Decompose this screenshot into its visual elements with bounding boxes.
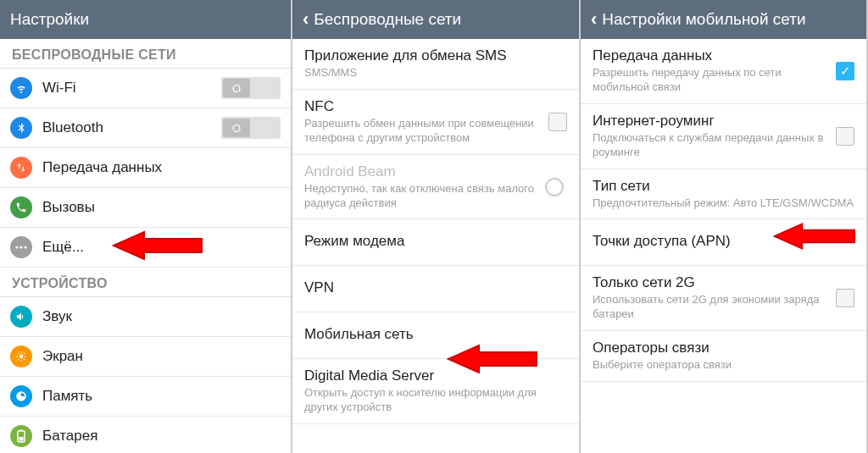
dms-sub: Открыть доступ к носителю информации для… xyxy=(304,386,567,415)
beam-sub: Недоступно, так как отключена связь мало… xyxy=(304,182,540,211)
screen-icon xyxy=(10,345,32,367)
battery-icon xyxy=(10,425,32,447)
nettype-title: Тип сети xyxy=(593,178,854,195)
dms-title: Digital Media Server xyxy=(304,367,567,384)
row-sound[interactable]: Звук xyxy=(0,297,291,337)
sound-icon xyxy=(10,306,32,328)
mobile-title: Мобильная сеть xyxy=(304,326,567,343)
more-label: Ещё... xyxy=(42,239,281,256)
item-data-transfer[interactable]: Передача данных Разрешить передачу данны… xyxy=(581,39,866,104)
row-calls[interactable]: Вызовы xyxy=(0,188,291,228)
row-wifi[interactable]: Wi-Fi O xyxy=(0,69,291,108)
roam-sub: Подключаться к службам передачи данных в… xyxy=(593,131,827,160)
section-wireless: БЕСПРОВОДНЫЕ СЕТИ xyxy=(0,39,291,69)
tether-title: Режим модема xyxy=(304,233,567,250)
header-title: Беспроводные сети xyxy=(314,10,461,29)
svg-point-2 xyxy=(24,246,26,248)
bluetooth-toggle[interactable]: O xyxy=(221,117,281,139)
data-title: Передача данных xyxy=(593,47,827,64)
item-apn[interactable]: Точки доступа (APN) xyxy=(581,219,866,266)
row-memory[interactable]: Память xyxy=(0,377,291,417)
ops-title: Операторы связи xyxy=(593,340,854,356)
phone-icon xyxy=(10,196,32,218)
memory-icon xyxy=(10,385,32,407)
row-screen[interactable]: Экран xyxy=(0,337,291,377)
item-only-2g[interactable]: Только сети 2G Использовать сети 2G для … xyxy=(581,266,866,331)
item-operators[interactable]: Операторы связи Выберите оператора связи xyxy=(581,331,866,382)
nfc-title: NFC xyxy=(304,98,540,115)
ops-sub: Выберите оператора связи xyxy=(593,358,854,373)
mobile-network-panel: ‹ Настройки мобильной сети Передача данн… xyxy=(581,0,868,453)
item-network-type[interactable]: Тип сети Предпочтительный режим: Авто LT… xyxy=(581,169,866,220)
header-title: Настройки мобильной сети xyxy=(602,10,805,29)
item-mobile-network[interactable]: Мобильная сеть xyxy=(292,312,579,359)
item-sms-app[interactable]: Приложение для обмена SMS SMS/MMS xyxy=(292,39,579,90)
wifi-toggle[interactable]: O xyxy=(221,77,281,99)
header-title: Настройки xyxy=(10,10,89,29)
sms-title: Приложение для обмена SMS xyxy=(304,47,567,64)
bluetooth-label: Bluetooth xyxy=(42,119,221,136)
item-tether[interactable]: Режим модема xyxy=(292,219,579,266)
row-battery[interactable]: Батарея xyxy=(0,417,291,453)
row-data-transfer[interactable]: Передача данных xyxy=(0,148,291,188)
row-bluetooth[interactable]: Bluetooth O xyxy=(0,108,291,148)
screen-label: Экран xyxy=(42,348,281,365)
svg-point-3 xyxy=(19,355,24,359)
row-more[interactable]: Ещё... xyxy=(0,228,291,268)
header-wireless[interactable]: ‹ Беспроводные сети xyxy=(292,0,579,39)
svg-point-1 xyxy=(19,246,22,248)
wifi-icon xyxy=(10,77,32,99)
item-roaming[interactable]: Интернет-роуминг Подключаться к службам … xyxy=(581,104,866,169)
nettype-sub: Предпочтительный режим: Авто LTE/GSM/WCD… xyxy=(593,196,854,211)
sound-label: Звук xyxy=(42,308,281,325)
settings-panel: Настройки БЕСПРОВОДНЫЕ СЕТИ Wi-Fi O Blue… xyxy=(0,0,292,453)
vpn-title: VPN xyxy=(304,279,567,296)
section-device: УСТРОЙСТВО xyxy=(0,268,291,297)
memory-label: Память xyxy=(42,388,281,405)
item-dms[interactable]: Digital Media Server Открыть доступ к но… xyxy=(292,359,579,424)
data-label: Передача данных xyxy=(42,159,281,176)
calls-label: Вызовы xyxy=(42,199,281,216)
header-mobile-settings[interactable]: ‹ Настройки мобильной сети xyxy=(581,0,866,39)
header-settings: Настройки xyxy=(0,0,291,39)
nfc-checkbox[interactable] xyxy=(548,113,567,131)
svg-rect-5 xyxy=(20,430,23,432)
sms-sub: SMS/MMS xyxy=(304,66,567,80)
beam-radio xyxy=(545,178,564,196)
toggle-knob: O xyxy=(223,119,250,137)
battery-label: Батарея xyxy=(42,428,281,445)
data-sub: Разрешить передачу данных по сети мобиль… xyxy=(593,66,827,95)
item-vpn[interactable]: VPN xyxy=(292,266,579,312)
bluetooth-icon xyxy=(10,117,32,139)
wifi-label: Wi-Fi xyxy=(42,80,221,97)
more-icon xyxy=(10,236,32,258)
svg-point-0 xyxy=(15,246,18,248)
toggle-knob: O xyxy=(223,79,250,97)
back-icon[interactable]: ‹ xyxy=(591,8,597,30)
item-android-beam: Android Beam Недоступно, так как отключе… xyxy=(292,155,579,220)
roam-title: Интернет-роуминг xyxy=(593,113,827,130)
roaming-checkbox[interactable] xyxy=(836,127,854,146)
svg-rect-6 xyxy=(19,437,24,441)
data-icon xyxy=(10,157,32,179)
back-icon[interactable]: ‹ xyxy=(303,8,309,30)
nfc-sub: Разрешить обмен данными при совмещении т… xyxy=(304,117,540,146)
only2g-sub: Использовать сети 2G для экономии заряда… xyxy=(593,293,827,322)
only2g-checkbox[interactable] xyxy=(836,289,854,307)
item-nfc[interactable]: NFC Разрешить обмен данными при совмещен… xyxy=(292,90,579,155)
beam-title: Android Beam xyxy=(304,163,540,180)
apn-title: Точки доступа (APN) xyxy=(593,233,854,250)
only2g-title: Только сети 2G xyxy=(593,274,827,291)
data-checkbox[interactable]: ✓ xyxy=(836,62,854,80)
wireless-networks-panel: ‹ Беспроводные сети Приложение для обмен… xyxy=(292,0,581,453)
